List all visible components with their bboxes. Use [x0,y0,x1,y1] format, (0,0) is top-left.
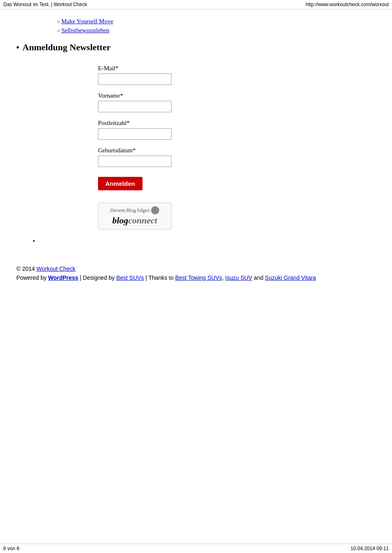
page-bottom-bar: 6 von 6 10.04.2014 09:11 [0,544,392,553]
section-heading: Anmeldung Newsletter [16,42,376,53]
geburtsdatum-group: Geburtsdatum* [98,147,376,167]
page-content: Make Yourself Move Selbstbewusstleben An… [0,9,392,261]
isuzu-link[interactable]: Isuzu SUV [225,274,252,281]
make-yourself-move-link[interactable]: Make Yourself Move [61,18,113,25]
nav-item-make-yourself-move[interactable]: Make Yourself Move [57,18,376,25]
nav-links: Make Yourself Move Selbstbewusstleben [57,18,376,34]
newsletter-form-area: E-Mail* Vorname* Postleitzahl* Geburtsda… [98,65,376,190]
email-label: E-Mail* [98,65,376,72]
copyright-symbol: © 2014 [16,265,35,272]
page-number: 6 von 6 [3,546,19,551]
geburtsdatum-input[interactable] [98,156,172,167]
blogconnect-blog-text: blog [112,215,128,225]
best-towing-link[interactable]: Best Towing SUVs [175,274,222,281]
postleitzahl-group: Postleitzahl* [98,120,376,140]
thanks-prefix: | Thanks to [145,274,175,281]
selbstbewusstleben-link[interactable]: Selbstbewusstleben [61,27,109,33]
wordpress-link[interactable]: WordPress [48,274,78,281]
footer-copyright-line: © 2014 Workout Check [16,265,376,272]
email-input[interactable] [98,74,172,85]
bullet-item [33,238,376,245]
designed-by-prefix: | Designed by [80,274,116,281]
suzuki-link[interactable]: Suzuki Grand Vitara [265,274,316,281]
powered-by-prefix: Powered by [16,274,48,281]
blogconnect-badge[interactable]: Diesem Blog folgen blogconnect [98,203,172,230]
nav-item-selbstbewusstleben[interactable]: Selbstbewusstleben [57,27,376,34]
vorname-group: Vorname* [98,92,376,112]
email-group: E-Mail* [98,65,376,85]
vorname-label: Vorname* [98,92,376,99]
and-text: and [254,274,263,281]
browser-title: Das Worxout im Test. | Workout Check [3,2,87,7]
best-suvs-link[interactable]: Best SUVs [116,274,144,281]
geburtsdatum-label: Geburtsdatum* [98,147,376,154]
footer-credits-line: Powered by WordPress | Designed by Best … [16,274,376,282]
page-timestamp: 10.04.2014 09:11 [351,546,389,551]
vorname-input[interactable] [98,101,172,112]
blogconnect-connect-text: connect [128,215,157,225]
footer: © 2014 Workout Check Powered by WordPres… [0,261,392,286]
browser-bar: Das Worxout im Test. | Workout Check htt… [0,0,392,9]
blogconnect-icon [151,206,159,214]
blogconnect-top-label: Diesem Blog folgen [110,207,150,214]
postleitzahl-input[interactable] [98,128,172,140]
blogconnect-top-text: Diesem Blog folgen [105,206,165,214]
blogconnect-logo: blogconnect [105,215,165,226]
section-header: Anmeldung Newsletter [16,42,376,53]
blogconnect-area: Diesem Blog folgen blogconnect [98,203,376,230]
site-name-link[interactable]: Workout Check [36,265,75,272]
browser-url: http://www.workoutcheck.com/worxout [306,2,389,7]
anmelden-button[interactable]: Anmelden [98,177,143,190]
postleitzahl-label: Postleitzahl* [98,120,376,127]
